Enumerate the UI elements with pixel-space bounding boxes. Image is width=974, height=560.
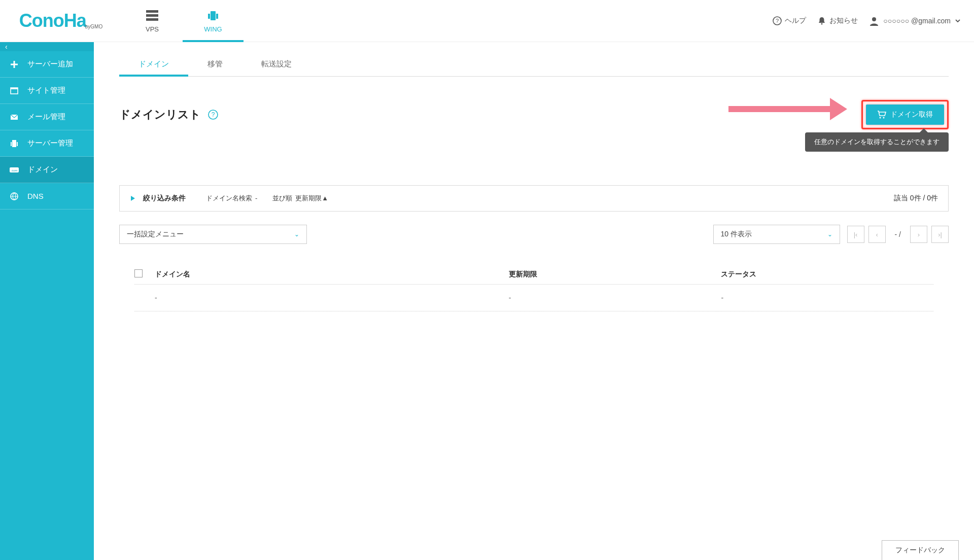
header: ConoHa byGMO VPS WING ? ヘルプ お知ら <box>0 0 974 42</box>
sidebar-item-label: サーバー管理 <box>27 138 73 148</box>
plus-icon <box>9 60 19 69</box>
page-title: ドメインリスト <box>119 107 201 122</box>
pager-first[interactable]: |‹ <box>847 226 864 243</box>
pager-info: - / <box>890 230 906 238</box>
tab-vps-label: VPS <box>146 25 159 33</box>
domain-icon: .com <box>9 166 19 173</box>
filter-sort: 並び順更新期限▲ <box>272 194 328 203</box>
help-link[interactable]: ? ヘルプ <box>773 16 806 25</box>
table-header: ドメイン名 更新期限 ステータス <box>134 264 933 285</box>
sidebar-item-label: ドメイン <box>27 165 58 174</box>
svg-rect-1 <box>146 14 158 17</box>
title-help-icon[interactable]: ? <box>208 110 218 120</box>
header-right: ? ヘルプ お知らせ ○○○○○○ @gmail.com <box>773 16 974 26</box>
col-expiry: 更新期限 <box>509 270 721 279</box>
sidebar-item-site[interactable]: サイト管理 <box>0 78 94 104</box>
notice-label: お知らせ <box>829 16 858 25</box>
filter-box: 絞り込み条件 ドメイン名検索- 並び順更新期限▲ 該当 0件 / 0件 <box>119 185 949 212</box>
subtab-transfer[interactable]: 移管 <box>188 52 242 76</box>
filter-count: 該当 0件 / 0件 <box>894 194 938 203</box>
svg-point-9 <box>872 17 876 21</box>
sidebar-item-mail[interactable]: メール管理 <box>0 104 94 130</box>
brand-logo[interactable]: ConoHa byGMO <box>0 10 122 31</box>
cell-name: - <box>155 294 509 302</box>
sidebar-item-domain[interactable]: .com ドメイン <box>0 157 94 183</box>
svg-rect-4 <box>208 14 210 19</box>
pager: |‹ ‹ - / › ›| <box>847 226 949 243</box>
col-domain-name: ドメイン名 <box>155 270 509 279</box>
sub-tabs: ドメイン 移管 転送設定 <box>119 52 949 77</box>
bell-icon <box>817 16 826 25</box>
window-icon <box>9 86 19 95</box>
help-label: ヘルプ <box>785 16 806 25</box>
user-icon <box>869 16 879 26</box>
cell-status: - <box>721 294 933 302</box>
user-email: ○○○○○○ @gmail.com <box>883 17 951 25</box>
help-icon: ? <box>773 16 782 25</box>
svg-text:.com: .com <box>11 169 17 172</box>
tab-wing-label: WING <box>204 25 222 33</box>
cell-expiry: - <box>509 294 721 302</box>
bulk-menu-select[interactable]: 一括設定メニュー ⌄ <box>119 225 307 244</box>
svg-rect-0 <box>146 10 158 13</box>
chevron-down-icon: ⌄ <box>827 231 832 238</box>
domain-table: ドメイン名 更新期限 ステータス - - - <box>119 264 949 311</box>
sidebar-item-label: サーバー追加 <box>27 59 73 69</box>
svg-text:?: ? <box>212 111 215 118</box>
sidebar-collapse[interactable]: ‹ <box>0 42 94 51</box>
svg-rect-2 <box>146 18 158 21</box>
brand-sub: byGMO <box>85 24 102 29</box>
feedback-label: フィードバック <box>895 546 945 554</box>
svg-point-24 <box>883 117 885 119</box>
sidebar-item-add-server[interactable]: サーバー追加 <box>0 51 94 78</box>
pager-next[interactable]: › <box>910 226 927 243</box>
tab-vps[interactable]: VPS <box>122 0 183 42</box>
filter-label: 絞り込み条件 <box>143 194 186 203</box>
acquire-domain-button[interactable]: ドメイン取得 <box>866 104 944 125</box>
server-stack-icon <box>145 9 159 22</box>
acquire-button-label: ドメイン取得 <box>890 110 933 119</box>
pager-last[interactable]: ›| <box>931 226 949 243</box>
notice-link[interactable]: お知らせ <box>817 16 858 25</box>
svg-rect-11 <box>11 63 18 65</box>
svg-rect-5 <box>216 14 218 19</box>
chevron-down-icon: ⌄ <box>294 231 299 238</box>
tab-wing[interactable]: WING <box>183 0 244 42</box>
server-icon <box>9 139 19 148</box>
sidebar-item-server[interactable]: サーバー管理 <box>0 130 94 157</box>
svg-text:?: ? <box>776 18 779 24</box>
svg-rect-16 <box>11 142 12 146</box>
svg-rect-13 <box>11 88 18 89</box>
svg-rect-3 <box>211 11 216 20</box>
annotation-arrow <box>728 98 847 120</box>
col-status: ステータス <box>721 270 933 279</box>
subtab-forward[interactable]: 転送設定 <box>242 52 311 76</box>
select-all-checkbox[interactable] <box>134 269 143 277</box>
subtab-domain[interactable]: ドメイン <box>119 52 188 76</box>
chevron-down-icon <box>955 18 961 24</box>
sidebar-item-dns[interactable]: DNS <box>0 183 94 209</box>
sidebar-item-label: DNS <box>27 192 44 200</box>
main-content: ドメイン 移管 転送設定 ドメインリスト ? ドメイン取得 任意の <box>94 42 974 560</box>
filter-toggle[interactable] <box>130 195 136 202</box>
subtab-label: ドメイン <box>138 59 169 68</box>
bulk-menu-label: 一括設定メニュー <box>127 230 184 239</box>
chevron-left-icon: ‹ <box>5 43 8 51</box>
sidebar-item-label: メール管理 <box>27 112 65 122</box>
svg-point-8 <box>821 23 823 25</box>
service-tabs: VPS WING <box>122 0 244 42</box>
svg-rect-15 <box>12 140 16 147</box>
mail-icon <box>9 113 19 122</box>
user-menu[interactable]: ○○○○○○ @gmail.com <box>869 16 961 26</box>
subtab-label: 移管 <box>207 59 223 68</box>
subtab-label: 転送設定 <box>261 59 292 68</box>
cart-icon <box>877 111 886 119</box>
per-page-select[interactable]: 10 件表示 ⌄ <box>713 225 840 244</box>
svg-point-23 <box>880 117 881 119</box>
wing-icon <box>206 9 220 22</box>
pager-prev[interactable]: ‹ <box>868 226 886 243</box>
feedback-button[interactable]: フィードバック <box>882 540 959 560</box>
sidebar-item-label: サイト管理 <box>27 86 65 95</box>
table-row: - - - <box>134 285 933 311</box>
filter-search: ドメイン名検索- <box>206 194 257 203</box>
